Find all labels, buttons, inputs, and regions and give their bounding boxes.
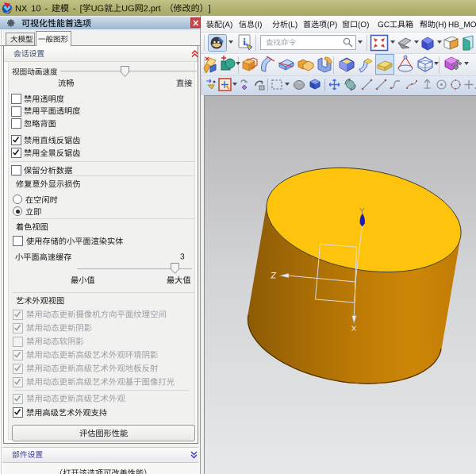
svg-text:i: i <box>243 36 246 48</box>
